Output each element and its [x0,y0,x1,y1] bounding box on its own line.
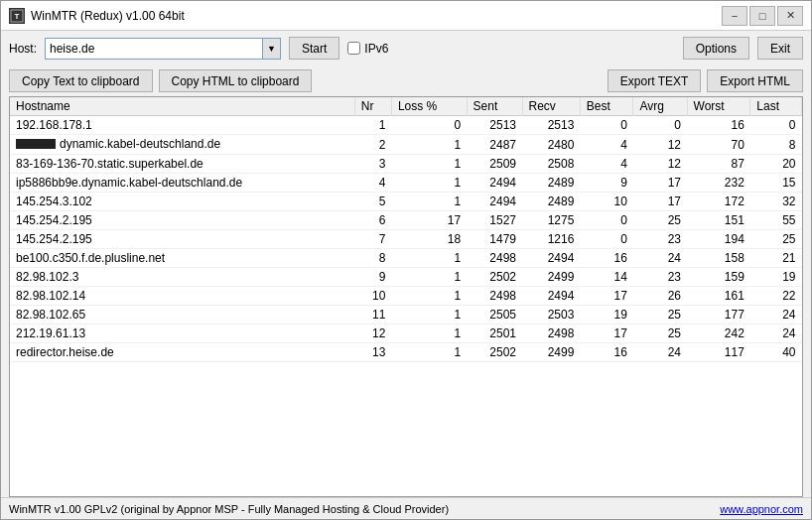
host-dropdown-button[interactable]: ▼ [263,38,281,60]
cell-worst: 232 [687,174,750,193]
cell-sent: 1479 [467,230,522,249]
export-text-button[interactable]: Export TEXT [608,69,701,92]
copy-text-button[interactable]: Copy Text to clipboard [9,69,153,92]
cell-hostname: 145.254.2.195 [10,211,354,230]
cell-best: 17 [580,325,633,343]
cell-worst: 172 [687,193,750,211]
title-bar: T WinMTR (Redux) v1.00 64bit − □ ✕ [1,1,811,31]
cell-recv: 2489 [522,174,580,193]
cell-last: 20 [750,155,802,174]
cell-nr: 12 [354,325,391,343]
data-table: Hostname Nr Loss % Sent Recv Best Avrg W… [10,97,802,362]
cell-last: 19 [750,268,802,287]
cell-hostname: be100.c350.f.de.plusline.net [10,249,354,268]
cell-last: 25 [750,230,802,249]
cell-worst: 70 [687,135,750,155]
status-bar: WinMTR v1.00 GPLv2 (original by Appnor M… [1,497,811,519]
cell-nr: 13 [354,343,391,362]
ipv6-checkbox[interactable] [347,42,360,55]
appnor-link[interactable]: www.appnor.com [720,503,803,515]
data-table-container: Hostname Nr Loss % Sent Recv Best Avrg W… [9,96,803,497]
cell-recv: 2513 [522,116,580,135]
app-icon: T [9,8,25,24]
host-input[interactable] [45,38,263,60]
cell-hostname: ip5886bb9e.dynamic.kabel-deutschland.de [10,174,354,193]
cell-avrg: 24 [633,343,687,362]
cell-hostname: 192.168.178.1 [10,116,354,135]
window-title: WinMTR (Redux) v1.00 64bit [31,9,722,23]
table-row: 145.254.3.1025124942489101717232 [10,193,802,211]
cell-nr: 7 [354,230,391,249]
cell-hostname: redirector.heise.de [10,343,354,362]
options-button[interactable]: Options [683,37,749,60]
ipv6-label: IPv6 [364,42,388,56]
cell-sent: 2505 [467,306,522,325]
cell-nr: 10 [354,287,391,306]
toolbar: Host: ▼ Start IPv6 Options Exit [1,31,811,65]
exit-button[interactable]: Exit [757,37,803,60]
cell-recv: 1216 [522,230,580,249]
maximize-button[interactable]: □ [749,6,775,26]
export-html-button[interactable]: Export HTML [707,69,803,92]
cell-hostname: dynamic.kabel-deutschland.de [10,135,354,155]
col-nr: Nr [354,97,391,116]
status-text: WinMTR v1.00 GPLv2 (original by Appnor M… [9,503,449,515]
cell-best: 9 [580,174,633,193]
cell-last: 40 [750,343,802,362]
window-controls: − □ ✕ [722,6,803,26]
cell-avrg: 26 [633,287,687,306]
cell-avrg: 25 [633,325,687,343]
cell-nr: 8 [354,249,391,268]
cell-loss: 1 [391,174,467,193]
cell-loss: 17 [391,211,467,230]
cell-nr: 3 [354,155,391,174]
col-last: Last [750,97,802,116]
col-avrg: Avrg [633,97,687,116]
copy-html-button[interactable]: Copy HTML to clipboard [159,69,313,92]
cell-avrg: 24 [633,249,687,268]
minimize-button[interactable]: − [722,6,747,26]
svg-text:T: T [15,12,20,21]
cell-sent: 2502 [467,268,522,287]
cell-sent: 2513 [467,116,522,135]
start-button[interactable]: Start [289,37,339,60]
cell-avrg: 23 [633,268,687,287]
cell-recv: 2508 [522,155,580,174]
cell-worst: 177 [687,306,750,325]
cell-best: 4 [580,135,633,155]
cell-worst: 158 [687,249,750,268]
close-button[interactable]: ✕ [777,6,803,26]
cell-worst: 117 [687,343,750,362]
cell-recv: 1275 [522,211,580,230]
cell-hostname: 83-169-136-70.static.superkabel.de [10,155,354,174]
table-body: 192.168.178.1102513251300160dynamic.kabe… [10,116,802,362]
cell-recv: 2498 [522,325,580,343]
cell-nr: 6 [354,211,391,230]
cell-loss: 1 [391,155,467,174]
cell-worst: 194 [687,230,750,249]
cell-hostname: 145.254.2.195 [10,230,354,249]
cell-sent: 2487 [467,135,522,155]
cell-recv: 2494 [522,287,580,306]
table-row: 192.168.178.1102513251300160 [10,116,802,135]
cell-last: 55 [750,211,802,230]
col-loss: Loss % [391,97,467,116]
cell-loss: 1 [391,287,467,306]
cell-nr: 2 [354,135,391,155]
cell-avrg: 12 [633,155,687,174]
cell-loss: 1 [391,249,467,268]
cell-loss: 1 [391,306,467,325]
cell-best: 14 [580,268,633,287]
cell-last: 15 [750,174,802,193]
host-label: Host: [9,42,37,56]
cell-loss: 1 [391,325,467,343]
cell-worst: 159 [687,268,750,287]
cell-best: 0 [580,230,633,249]
cell-worst: 151 [687,211,750,230]
cell-loss: 1 [391,268,467,287]
cell-avrg: 17 [633,174,687,193]
col-best: Best [580,97,633,116]
cell-loss: 1 [391,135,467,155]
cell-last: 32 [750,193,802,211]
cell-avrg: 25 [633,211,687,230]
